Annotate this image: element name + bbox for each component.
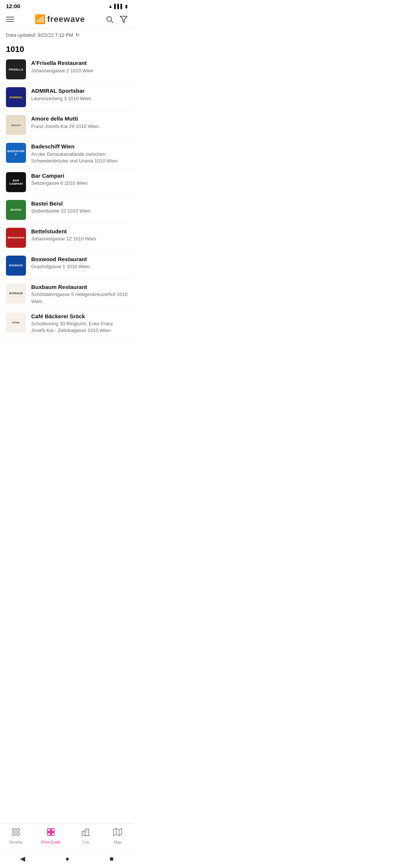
wifi-status-icon: ▲ — [108, 4, 113, 9]
venue-name: Bastei Beisl — [31, 200, 128, 207]
venue-item[interactable]: FRISELLA A'Frisella Restaurant Johannesg… — [0, 56, 134, 83]
venue-address: Johannesgasse 2 1010 Wien — [31, 68, 128, 74]
logo-text: freewave — [47, 14, 85, 24]
venue-item[interactable]: Bettelstudent Bettelstudent Johannesgass… — [0, 224, 134, 252]
venue-address: Schottenring 30 Ringturm, Ecke Franz Jos… — [31, 320, 128, 334]
status-bar: 12:00 ▲ ▌▌▌ ▮ — [0, 0, 134, 11]
venue-item[interactable]: BASTEI Bastei Beisl Stubenbastei 10 1010… — [0, 196, 134, 224]
venue-info: Bettelstudent Johannesgasse 12 1010 Wien — [31, 228, 128, 243]
venue-item[interactable]: ADMIRAL ADMIRAL Sportsbar Laurenzerberg … — [0, 83, 134, 111]
venue-logo: Sröck — [6, 313, 26, 333]
venue-address: Grashofgasse 1 1010 Wien — [31, 263, 128, 270]
venue-item[interactable]: Sröck Café Bäckerei Sröck Schottenring 3… — [0, 309, 134, 338]
venue-name: ADMIRAL Sportsbar — [31, 87, 128, 95]
venue-item[interactable]: BUXBAUM Buxbaum Restaurant Schönlaternga… — [0, 280, 134, 309]
venue-item[interactable]: BOXWOOD Boxwood Restaurant Grashofgasse … — [0, 252, 134, 280]
refresh-button[interactable]: ↻ — [75, 32, 80, 38]
venue-logo: ADMIRAL — [6, 87, 26, 107]
venue-address: Laurenzerberg 3 1010 Wien — [31, 95, 128, 102]
filter-button[interactable] — [118, 14, 129, 25]
venue-info: Boxwood Restaurant Grashofgasse 1 1010 W… — [31, 256, 128, 270]
venue-list-container: FRISELLA A'Frisella Restaurant Johannesg… — [0, 56, 134, 383]
venue-list: FRISELLA A'Frisella Restaurant Johannesg… — [0, 56, 134, 338]
venue-logo: Amore — [6, 115, 26, 135]
venue-logo: BADESCHIFF — [6, 143, 26, 163]
venue-item[interactable]: BADESCHIFF Badeschiff Wien An der Donauk… — [0, 139, 134, 168]
hamburger-icon — [6, 17, 14, 22]
venue-address: Franz-Josefs-Kai 29 1010 Wien — [31, 123, 128, 130]
venue-logo: FRISELLA — [6, 59, 26, 79]
venue-info: Bastei Beisl Stubenbastei 10 1010 Wien — [31, 200, 128, 215]
venue-logo: BASTEI — [6, 200, 26, 220]
venue-logo: Bettelstudent — [6, 228, 26, 248]
venue-address: An der Donaukanallände zwischen Schweden… — [31, 151, 128, 164]
venue-logo: BAR CAMPARI — [6, 172, 26, 192]
toolbar-actions — [104, 14, 129, 25]
svg-line-1 — [111, 21, 113, 23]
section-header: 1010 — [0, 42, 134, 56]
status-icons: ▲ ▌▌▌ ▮ — [108, 4, 128, 9]
venue-address: Johannesgasse 12 1010 Wien — [31, 236, 128, 242]
venue-logo: BUXBAUM — [6, 283, 26, 303]
venue-address: Seitzergasse 6 1010 Wien — [31, 180, 128, 187]
venue-address: Schönlaterngasse 5 Heiligenkreuzerhof 10… — [31, 291, 128, 305]
logo-wifi-icon: 📶 — [35, 14, 46, 24]
venue-name: Amore della Mutti — [31, 115, 128, 122]
venue-name: Café Bäckerei Sröck — [31, 313, 128, 320]
venue-info: Badeschiff Wien An der Donaukanallände z… — [31, 143, 128, 164]
venue-name: Buxbaum Restaurant — [31, 283, 128, 291]
venue-name: A'Frisella Restaurant — [31, 59, 128, 67]
venue-item[interactable]: Amore Amore della Mutti Franz-Josefs-Kai… — [0, 111, 134, 139]
venue-info: Buxbaum Restaurant Schönlaterngasse 5 He… — [31, 283, 128, 305]
venue-item[interactable]: BAR CAMPARI Bar Campari Seitzergasse 6 1… — [0, 168, 134, 196]
svg-marker-2 — [120, 16, 127, 23]
toolbar: 📶 freewave — [0, 11, 134, 28]
venue-name: Bettelstudent — [31, 228, 128, 235]
search-icon — [105, 15, 114, 23]
data-updated-label: Data updated: — [6, 32, 36, 38]
venue-name: Bar Campari — [31, 172, 128, 180]
venue-address: Stubenbastei 10 1010 Wien — [31, 208, 128, 214]
data-updated-timestamp: 9/22/22 7:12 PM — [38, 32, 73, 38]
venue-name: Boxwood Restaurant — [31, 256, 128, 263]
search-button[interactable] — [104, 14, 115, 25]
venue-logo: BOXWOOD — [6, 256, 26, 276]
venue-info: Café Bäckerei Sröck Schottenring 30 Ring… — [31, 313, 128, 334]
venue-info: ADMIRAL Sportsbar Laurenzerberg 3 1010 W… — [31, 87, 128, 102]
logo-area: 📶 freewave — [16, 14, 104, 24]
menu-button[interactable] — [4, 15, 16, 23]
venue-info: Amore della Mutti Franz-Josefs-Kai 29 10… — [31, 115, 128, 130]
status-time: 12:00 — [6, 3, 20, 9]
battery-status-icon: ▮ — [125, 4, 128, 9]
venue-info: Bar Campari Seitzergasse 6 1010 Wien — [31, 172, 128, 187]
filter-icon — [120, 15, 128, 23]
venue-info: A'Frisella Restaurant Johannesgasse 2 10… — [31, 59, 128, 74]
venue-name: Badeschiff Wien — [31, 143, 128, 150]
signal-status-icon: ▌▌▌ — [114, 4, 124, 9]
data-updated-bar: Data updated: 9/22/22 7:12 PM ↻ — [0, 28, 134, 42]
